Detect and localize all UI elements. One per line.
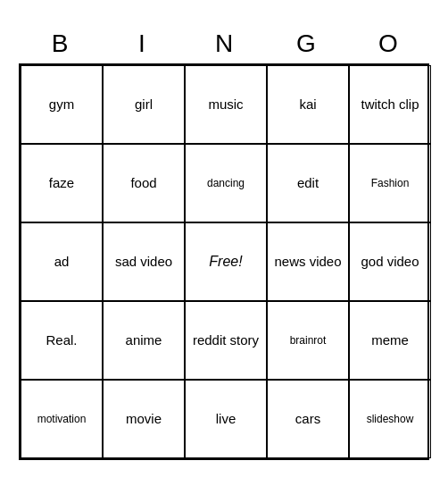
bingo-cell: reddit story xyxy=(185,301,267,380)
bingo-cell: music xyxy=(185,65,267,144)
bingo-cell: movie xyxy=(103,380,185,458)
bingo-cell: anime xyxy=(103,301,185,380)
bingo-cell: Free! xyxy=(185,222,267,301)
bingo-cell: faze xyxy=(21,144,103,222)
bingo-cell: gym xyxy=(21,65,103,144)
header-letter: O xyxy=(347,26,429,62)
bingo-cell: brainrot xyxy=(267,301,349,380)
bingo-cell: cars xyxy=(267,380,349,458)
header-letter: B xyxy=(19,26,101,62)
bingo-cell: ad xyxy=(21,222,103,301)
bingo-cell: meme xyxy=(349,301,431,380)
bingo-cell: slideshow xyxy=(349,380,431,458)
bingo-board: BINGO gymgirlmusickaitwitch clipfazefood… xyxy=(19,26,429,460)
bingo-grid: gymgirlmusickaitwitch clipfazefooddancin… xyxy=(19,63,429,460)
bingo-cell: edit xyxy=(267,144,349,222)
bingo-cell: dancing xyxy=(185,144,267,222)
bingo-cell: girl xyxy=(103,65,185,144)
bingo-cell: twitch clip xyxy=(349,65,431,144)
bingo-cell: sad video xyxy=(103,222,185,301)
bingo-cell: Fashion xyxy=(349,144,431,222)
bingo-cell: food xyxy=(103,144,185,222)
bingo-header: BINGO xyxy=(19,26,429,62)
header-letter: G xyxy=(265,26,347,62)
bingo-cell: god video xyxy=(349,222,431,301)
bingo-cell: Real. xyxy=(21,301,103,380)
bingo-cell: motivation xyxy=(21,380,103,458)
bingo-cell: kai xyxy=(267,65,349,144)
bingo-cell: news video xyxy=(267,222,349,301)
bingo-cell: live xyxy=(185,380,267,458)
header-letter: I xyxy=(101,26,183,62)
header-letter: N xyxy=(183,26,265,62)
